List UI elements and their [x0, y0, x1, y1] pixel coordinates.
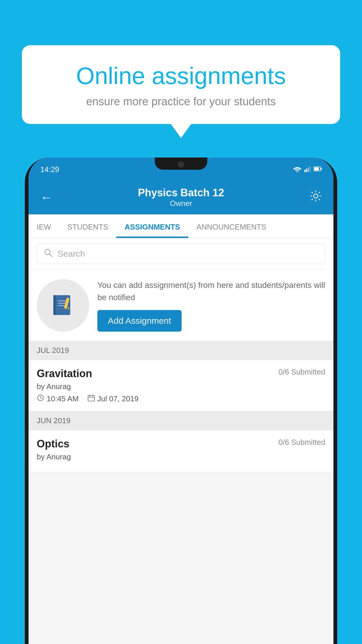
tab-overview[interactable]: IEW: [29, 214, 59, 238]
camera: [178, 161, 184, 168]
header-title: Physics Batch 12: [138, 187, 224, 199]
search-placeholder: Search: [57, 249, 85, 259]
header-center: Physics Batch 12 Owner: [138, 187, 224, 208]
tab-students[interactable]: STUDENTS: [59, 214, 116, 238]
promo-text: You can add assignment(s) from here and …: [97, 279, 325, 332]
phone-frame: 14:29: [25, 158, 337, 644]
svg-rect-11: [53, 295, 56, 315]
add-assignment-button[interactable]: Add Assignment: [97, 310, 182, 332]
svg-rect-5: [321, 168, 322, 170]
assignment-top-row: Gravitation 0/6 Submitted: [37, 368, 325, 380]
assignment-meta: 10:45 AM Jul 07, 2019: [37, 394, 325, 403]
svg-rect-3: [310, 166, 311, 172]
svg-rect-18: [88, 396, 94, 401]
assignment-optics-name: Optics: [37, 438, 69, 450]
signal-icon: [304, 166, 311, 173]
svg-rect-0: [304, 170, 305, 172]
promo-description: You can add assignment(s) from here and …: [97, 279, 325, 304]
assignment-optics[interactable]: Optics 0/6 Submitted by Anurag: [29, 430, 333, 472]
section-jul-2019: JUL 2019: [29, 341, 333, 360]
assignment-by: by Anurag: [37, 382, 325, 391]
bubble-subtitle: ensure more practice for your students: [42, 95, 320, 108]
wifi-icon: [293, 166, 301, 173]
assignment-date-item: Jul 07, 2019: [87, 394, 139, 403]
bubble-title: Online assignments: [42, 63, 320, 89]
svg-rect-14: [58, 305, 65, 306]
svg-line-9: [50, 254, 52, 257]
tab-announcements[interactable]: ANNOUNCEMENTS: [188, 214, 275, 238]
assignment-submitted: 0/6 Submitted: [279, 368, 325, 377]
header-subtitle: Owner: [138, 199, 224, 208]
status-bar: 14:29: [29, 158, 333, 181]
assignment-date: Jul 07, 2019: [97, 394, 139, 403]
calendar-icon: [87, 394, 95, 403]
settings-icon[interactable]: [310, 190, 322, 205]
promo-speech-bubble: Online assignments ensure more practice …: [22, 45, 340, 124]
tab-assignments[interactable]: ASSIGNMENTS: [116, 214, 188, 238]
phone-screen: 14:29: [29, 158, 333, 644]
clock-icon: [37, 394, 44, 403]
assignment-name: Gravitation: [37, 368, 92, 380]
svg-rect-6: [314, 167, 319, 170]
back-button[interactable]: ←: [40, 190, 52, 204]
svg-rect-1: [306, 169, 307, 172]
notch: [155, 158, 207, 170]
promo-icon: [37, 279, 89, 332]
assignment-gravitation[interactable]: Gravitation 0/6 Submitted by Anurag 10:4…: [29, 360, 333, 411]
search-field[interactable]: Search: [37, 244, 325, 264]
promo-block: You can add assignment(s) from here and …: [29, 270, 333, 341]
search-icon: [43, 248, 53, 260]
tabs-bar: IEW STUDENTS ASSIGNMENTS ANNOUNCEMENTS: [29, 214, 333, 238]
status-icons: [293, 166, 322, 173]
section-jun-2019: JUN 2019: [29, 411, 333, 430]
svg-point-7: [314, 194, 318, 198]
app-header: ← Physics Batch 12 Owner: [29, 181, 333, 214]
battery-icon: [314, 166, 322, 173]
assignment-optics-by: by Anurag: [37, 452, 325, 461]
assignment-optics-submitted: 0/6 Submitted: [279, 438, 325, 447]
assignment-time: 10:45 AM: [47, 394, 79, 403]
assignment-time-item: 10:45 AM: [37, 394, 79, 403]
assignment-optics-top-row: Optics 0/6 Submitted: [37, 438, 325, 450]
search-container: Search: [29, 238, 333, 269]
svg-rect-2: [308, 167, 309, 172]
